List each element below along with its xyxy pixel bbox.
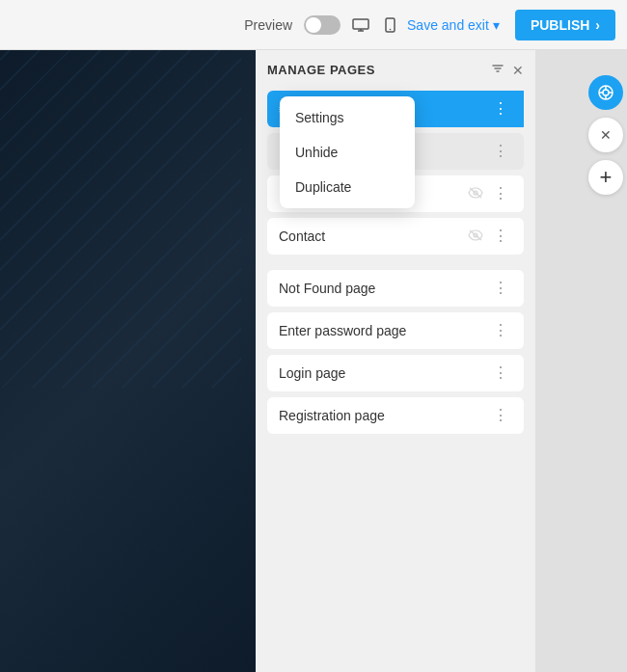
preview-toggle[interactable] bbox=[304, 15, 341, 35]
page-item-contact[interactable]: Contact ⋮ bbox=[256, 215, 535, 257]
page-context-menu: Settings Unhide Duplicate bbox=[280, 96, 415, 208]
page-label-password: Enter password page bbox=[279, 323, 406, 338]
canvas-panel bbox=[0, 50, 256, 672]
mobile-icon[interactable] bbox=[381, 13, 399, 37]
page-menu-not-found[interactable]: ⋮ bbox=[489, 279, 512, 298]
pages-separator bbox=[256, 257, 535, 267]
svg-point-4 bbox=[390, 28, 392, 30]
page-label-not-found: Not Found page bbox=[279, 281, 375, 296]
network-button[interactable] bbox=[588, 75, 623, 110]
manage-header-icons: ✕ bbox=[491, 62, 524, 78]
page-item-login[interactable]: Login page ⋮ bbox=[256, 352, 535, 394]
page-menu-features[interactable]: ⋮ bbox=[489, 142, 512, 161]
page-menu-password[interactable]: ⋮ bbox=[489, 321, 512, 340]
page-item-password[interactable]: Enter password page ⋮ bbox=[256, 309, 535, 352]
preview-label: Preview bbox=[244, 17, 292, 33]
svg-point-10 bbox=[603, 90, 609, 95]
dropdown-item-duplicate[interactable]: Duplicate bbox=[280, 170, 415, 204]
topbar: Preview Save and exit ▾ PUBLISH › bbox=[0, 0, 627, 50]
right-sidebar: ✕ + bbox=[585, 67, 627, 202]
page-hidden-pricing-icon bbox=[468, 187, 483, 202]
save-exit-button[interactable]: Save and exit ▾ bbox=[407, 17, 500, 33]
manage-pages-header: MANAGE PAGES ✕ bbox=[256, 62, 535, 88]
dropdown-item-settings[interactable]: Settings bbox=[280, 100, 415, 135]
sort-icon[interactable] bbox=[491, 62, 504, 78]
page-menu-contact[interactable]: ⋮ bbox=[489, 227, 512, 246]
page-menu-how-to-build[interactable]: ⋮ bbox=[489, 99, 512, 119]
page-item-not-found[interactable]: Not Found page ⋮ bbox=[256, 267, 535, 309]
add-element-button[interactable]: + bbox=[588, 160, 623, 195]
page-menu-registration[interactable]: ⋮ bbox=[489, 406, 512, 425]
page-menu-login[interactable]: ⋮ bbox=[489, 363, 512, 383]
close-panel-icon[interactable]: ✕ bbox=[512, 63, 524, 78]
dropdown-item-unhide[interactable]: Unhide bbox=[280, 135, 415, 170]
close-button[interactable]: ✕ bbox=[588, 118, 623, 152]
publish-button[interactable]: PUBLISH › bbox=[515, 10, 615, 40]
desktop-icon[interactable] bbox=[348, 14, 373, 36]
manage-pages-title: MANAGE PAGES bbox=[267, 63, 375, 77]
page-label-contact: Contact bbox=[279, 228, 325, 244]
page-menu-pricing[interactable]: ⋮ bbox=[489, 184, 512, 203]
page-label-login: Login page bbox=[279, 365, 345, 381]
svg-rect-0 bbox=[353, 19, 368, 29]
page-label-registration: Registration page bbox=[279, 408, 385, 423]
page-item-registration[interactable]: Registration page ⋮ bbox=[256, 394, 535, 437]
page-hidden-contact-icon bbox=[468, 229, 483, 244]
